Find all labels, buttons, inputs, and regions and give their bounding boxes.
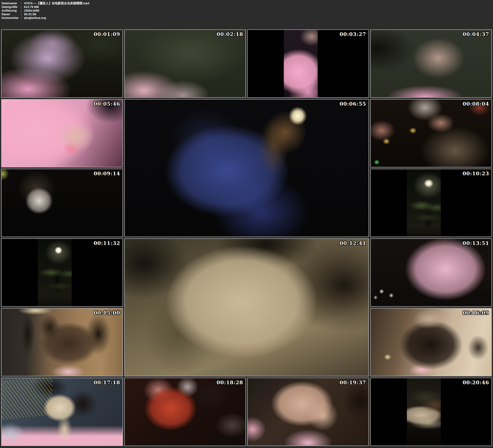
timestamp-overlay: 00:05:46	[94, 101, 120, 107]
video-thumbnail: 00:04:37	[370, 29, 492, 98]
video-thumbnail: 00:08:04	[370, 99, 492, 167]
file-size-value: 613.79 MB	[24, 5, 493, 9]
file-info-header: Dateiname : 47872----【覆面人】在电影院全包发骚嘿嘿.mp4…	[0, 0, 493, 29]
video-thumbnail: 00:02:18	[124, 29, 246, 98]
timestamp-overlay: 00:01:09	[94, 31, 120, 37]
video-thumbnail: 00:05:46	[1, 99, 123, 167]
timestamp-overlay: 00:10:23	[462, 171, 489, 177]
video-thumbnail-large: 00:12:41	[124, 238, 369, 376]
video-thumbnail: 00:20:46	[370, 378, 492, 446]
timestamp-overlay: 00:16:09	[462, 310, 489, 316]
timestamp-overlay: 00:12:41	[340, 240, 366, 246]
video-thumbnail: 00:17:18	[1, 378, 123, 446]
timestamp-overlay: 00:08:04	[462, 101, 489, 107]
video-thumbnail: 00:11:32	[1, 238, 123, 307]
timestamp-overlay: 00:02:18	[216, 31, 243, 37]
duration-value: 00:21:56	[24, 12, 493, 16]
video-thumbnail: 00:13:51	[370, 238, 492, 307]
video-thumbnail: 00:10:23	[370, 169, 492, 237]
file-info-label: Dauer	[2, 12, 21, 16]
file-info-label: Dateiname	[2, 1, 21, 5]
timestamp-overlay: 00:15:00	[94, 310, 120, 316]
file-info-separator: :	[21, 16, 24, 20]
thumbnail-grid: 00:01:09 00:02:18 00:03:27 00:04:37 00:0…	[0, 29, 493, 448]
timestamp-overlay: 00:11:32	[94, 240, 120, 246]
video-thumbnail: 00:18:28	[124, 378, 246, 446]
file-info-row: Dauer : 00:21:56	[2, 12, 493, 16]
video-thumbnail-large: 00:06:55	[124, 99, 369, 237]
video-thumbnail: 00:16:09	[370, 308, 492, 376]
video-thumbnail: 00:19:37	[247, 378, 369, 446]
timestamp-overlay: 00:06:55	[340, 101, 366, 107]
file-info-row: Kommentar : qinglanhua.org	[2, 16, 493, 20]
file-info-row: Dateiname : 47872----【覆面人】在电影院全包发骚嘿嘿.mp4	[2, 1, 493, 5]
comment-value: qinglanhua.org	[24, 16, 493, 20]
file-info-label: Auflösung	[2, 9, 21, 12]
file-info-label: Dateigröße	[2, 5, 21, 9]
video-thumbnail: 00:03:27	[247, 29, 369, 98]
timestamp-overlay: 00:03:27	[340, 31, 366, 37]
file-name-value: 47872----【覆面人】在电影院全包发骚嘿嘿.mp4	[24, 1, 493, 5]
file-info-row: Dateigröße : 613.79 MB	[2, 5, 493, 9]
timestamp-overlay: 00:18:28	[216, 380, 243, 385]
timestamp-overlay: 00:19:37	[340, 380, 366, 385]
video-thumbnail: 00:09:14	[1, 169, 123, 237]
file-info-separator: :	[21, 1, 24, 5]
file-info-label: Kommentar	[2, 16, 21, 20]
timestamp-overlay: 00:09:14	[94, 171, 120, 177]
timestamp-overlay: 00:13:51	[462, 240, 489, 246]
timestamp-overlay: 00:04:37	[462, 31, 489, 37]
video-thumbnail: 00:01:09	[1, 29, 123, 98]
file-info-separator: :	[21, 5, 24, 9]
resolution-value: 1920x1080	[24, 9, 493, 12]
file-info-separator: :	[21, 12, 24, 16]
video-thumbnail: 00:15:00	[1, 308, 123, 376]
file-info-row: Auflösung : 1920x1080	[2, 9, 493, 12]
timestamp-overlay: 00:20:46	[462, 380, 489, 385]
file-info-separator: :	[21, 9, 24, 12]
timestamp-overlay: 00:17:18	[94, 380, 120, 385]
